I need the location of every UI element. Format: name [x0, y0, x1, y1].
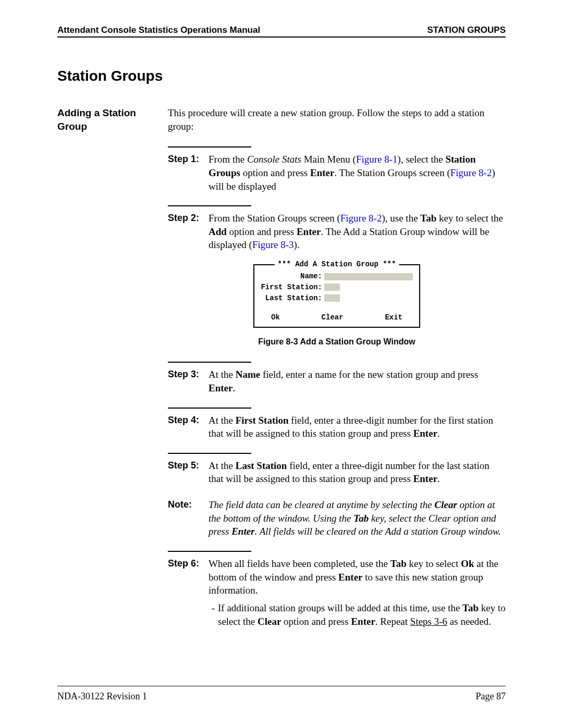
- step-body: From the Station Groups screen (Figure 8…: [209, 212, 506, 252]
- intro-paragraph: This procedure will create a new station…: [168, 106, 506, 133]
- figure-ref[interactable]: Figure 8-1: [356, 154, 398, 165]
- step-label: Step 5:: [168, 459, 209, 486]
- dialog-first-station-label: First Station:: [260, 282, 324, 292]
- step-label: Step 2:: [168, 212, 209, 252]
- footer-left: NDA-30122 Revision 1: [57, 691, 147, 702]
- step-label: Step 1:: [168, 153, 209, 193]
- dialog-title: *** Add A Station Group ***: [275, 260, 399, 269]
- note-body: The field data can be cleared at anytime…: [209, 498, 506, 538]
- step-2: Step 2: From the Station Groups screen (…: [168, 212, 506, 252]
- dialog-clear-button[interactable]: Clear: [322, 313, 344, 323]
- dialog-ok-button[interactable]: Ok: [271, 313, 280, 323]
- dialog-last-station-field[interactable]: [324, 294, 340, 302]
- dialog-first-station-field[interactable]: [324, 283, 340, 291]
- step-label: Step 4:: [168, 414, 209, 440]
- dialog-name-label: Name:: [260, 272, 324, 281]
- note-label: Note:: [168, 498, 209, 538]
- step-body: At the Name field, enter a name for the …: [209, 368, 506, 394]
- step-3: Step 3: At the Name field, enter a name …: [168, 368, 506, 394]
- step-label: Step 3:: [168, 368, 209, 394]
- figure-ref[interactable]: Figure 8-3: [252, 239, 294, 250]
- running-header-right: STATION GROUPS: [427, 25, 506, 35]
- step-4: Step 4: At the First Station field, ente…: [168, 414, 506, 440]
- step-label: Step 6:: [168, 557, 209, 628]
- dialog-name-field[interactable]: [324, 273, 413, 280]
- footer-right: Page 87: [476, 691, 506, 702]
- page: Attendant Console Statistics Operations …: [0, 0, 563, 728]
- side-heading: Adding a Station Group: [57, 106, 156, 133]
- dialog-last-station-label: Last Station:: [260, 293, 324, 303]
- step-separator: [168, 453, 251, 454]
- note: Note: The field data can be cleared at a…: [168, 498, 506, 538]
- step-body: When all fields have been completed, use…: [209, 557, 506, 628]
- running-header: Attendant Console Statistics Operations …: [57, 25, 506, 38]
- main-content: This procedure will create a new station…: [168, 106, 506, 630]
- figure-ref[interactable]: Figure 8-2: [450, 167, 492, 178]
- step-6: Step 6: When all fields have been comple…: [168, 557, 506, 628]
- step-separator: [168, 205, 251, 206]
- figure-ref[interactable]: Figure 8-2: [340, 213, 382, 224]
- step-separator: [168, 551, 251, 552]
- step-separator: [168, 146, 251, 147]
- dialog-exit-button[interactable]: Exit: [385, 313, 402, 323]
- dialog-add-station-group: *** Add A Station Group *** Name: First …: [253, 264, 420, 328]
- running-header-left: Attendant Console Statistics Operations …: [57, 25, 260, 35]
- step-1: Step 1: From the Console Stats Main Menu…: [168, 153, 506, 193]
- section-title: Station Groups: [57, 68, 506, 84]
- figure-caption: Figure 8-3 Add a Station Group Window: [168, 336, 506, 348]
- step-6-sub-bullet: - If additional station groups will be a…: [209, 601, 506, 628]
- step-body: At the Last Station field, enter a three…: [209, 459, 506, 486]
- step-5: Step 5: At the Last Station field, enter…: [168, 459, 506, 486]
- step-separator: [168, 408, 251, 409]
- step-body: From the Console Stats Main Menu (Figure…: [209, 153, 506, 193]
- footer-rule: [57, 686, 506, 686]
- footer: NDA-30122 Revision 1 Page 87: [57, 691, 506, 702]
- figure-8-3: *** Add A Station Group *** Name: First …: [168, 264, 506, 347]
- step-separator: [168, 362, 251, 363]
- step-body: At the First Station field, enter a thre…: [209, 414, 506, 440]
- bullet-dash: -: [209, 601, 218, 628]
